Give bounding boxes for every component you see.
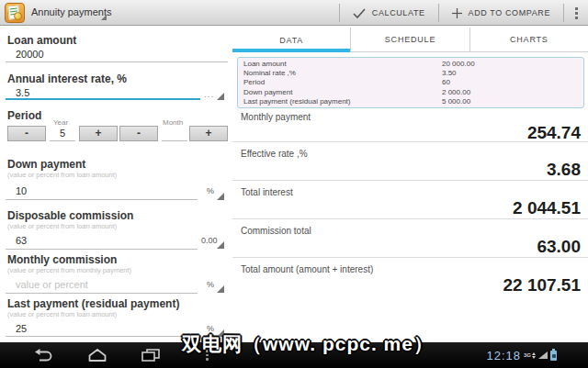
- loan-amount-input[interactable]: 20000: [16, 49, 44, 60]
- summary-value: 3.50: [442, 69, 583, 78]
- calculate-button[interactable]: CALCULATE: [340, 0, 438, 26]
- summary-value: 60: [442, 78, 583, 87]
- summary-label: Nominal rate ,%: [243, 69, 442, 78]
- coin-icon: [14, 12, 22, 20]
- result-value: 3.68: [241, 160, 581, 180]
- overflow-menu-button[interactable]: [564, 0, 588, 26]
- result-row: Monthly payment 254.74: [232, 107, 588, 142]
- summary-label: Loan amount: [243, 60, 442, 69]
- action-buttons: CALCULATE ADD TO COMPARE: [339, 0, 588, 26]
- result-value: 2 044.51: [241, 198, 581, 218]
- disposable-commission-hint: (value or percent from loan amount): [7, 222, 117, 230]
- result-row: Commission total 63.00: [232, 219, 588, 258]
- corner-handle-icon[interactable]: [217, 193, 224, 200]
- back-icon[interactable]: [33, 349, 55, 362]
- results-tab-bar: DATA SCHEDULE CHARTS: [232, 28, 588, 52]
- result-label: Commission total: [241, 219, 581, 236]
- clock: 12:18: [486, 349, 521, 362]
- tab-data[interactable]: DATA: [232, 28, 350, 52]
- monthly-commission-unit-spinner[interactable]: %: [207, 280, 214, 289]
- disposable-commission-input[interactable]: 63: [16, 235, 27, 246]
- home-icon[interactable]: [86, 349, 108, 362]
- monthly-commission-hint: (value or percent from monthly payment): [7, 266, 131, 274]
- calculation-type-spinner[interactable]: Annuity payments: [31, 0, 129, 26]
- summary-row: Last payment (residual payment) 5 000.00: [243, 97, 583, 106]
- down-payment-hint: (value or percent from loan amount): [7, 171, 117, 179]
- input-underline: [6, 61, 228, 62]
- summary-row: Period 60: [243, 78, 583, 87]
- loan-amount-label: Loan amount: [7, 34, 76, 47]
- plus-icon: [452, 8, 462, 18]
- summary-value: 5 000.00: [442, 97, 583, 106]
- signal-strength-icon: [538, 351, 548, 359]
- corner-handle-icon[interactable]: [217, 93, 224, 100]
- input-underline: [50, 140, 75, 141]
- menu-icon[interactable]: [206, 350, 209, 361]
- chevron-down-icon: [101, 15, 107, 20]
- calculate-label: CALCULATE: [372, 8, 425, 17]
- summary-label: Last payment (residual payment): [243, 97, 442, 106]
- corner-handle-icon[interactable]: [217, 285, 224, 293]
- status-area[interactable]: 12:18 3G: [486, 342, 557, 368]
- more-options-button[interactable]: ...: [204, 89, 214, 99]
- network-3g-icon: 3G: [524, 352, 536, 359]
- result-label: Total interest: [241, 181, 581, 197]
- summary-label: Period: [243, 78, 442, 87]
- last-payment-hint: (value or percent from loan amount): [7, 310, 117, 318]
- month-value-input[interactable]: [160, 126, 189, 141]
- result-row: Total amount (amount + interest) 22 107.…: [232, 258, 588, 304]
- monthly-commission-input[interactable]: value or percent: [16, 279, 88, 290]
- app-logo-icon: [5, 3, 25, 23]
- top-action-bar: Annuity payments CALCULATE ADD TO COMPAR…: [0, 0, 588, 26]
- results-list: Monthly payment 254.74 Effective rate ,%…: [232, 107, 588, 304]
- last-payment-input[interactable]: 25: [16, 323, 27, 334]
- month-increment-button[interactable]: +: [189, 126, 228, 141]
- input-underline: [6, 336, 198, 337]
- last-payment-label: Last payment (residual payment): [7, 297, 179, 310]
- input-underline-focused: [6, 98, 200, 100]
- summary-label: Down payment: [243, 88, 442, 97]
- disposable-commission-unit-spinner[interactable]: 0.00: [201, 236, 218, 245]
- disposable-commission-label: Disposable commission: [7, 209, 133, 222]
- summary-row: Down payment 2 000.00: [243, 88, 583, 97]
- summary-value: 2 000.00: [442, 88, 583, 97]
- tab-schedule[interactable]: SCHEDULE: [350, 28, 469, 52]
- down-payment-input[interactable]: 10: [16, 185, 27, 196]
- result-label: Total amount (amount + interest): [241, 258, 581, 274]
- battery-icon: [550, 351, 557, 361]
- down-payment-unit-spinner[interactable]: %: [207, 186, 214, 195]
- summary-row: Loan amount 20 000.00: [243, 60, 583, 69]
- add-to-compare-button[interactable]: ADD TO COMPARE: [439, 0, 563, 26]
- app-screen: Annuity payments CALCULATE ADD TO COMPAR…: [0, 0, 588, 368]
- corner-handle-icon[interactable]: [217, 329, 224, 337]
- checkmark-icon: [353, 8, 366, 18]
- month-decrement-button[interactable]: -: [119, 126, 158, 141]
- result-row: Effective rate ,% 3.68: [232, 142, 588, 181]
- summary-value: 20 000.00: [442, 60, 583, 69]
- system-navigation-bar: 12:18 3G: [0, 342, 588, 368]
- add-to-compare-label: ADD TO COMPARE: [469, 8, 550, 17]
- summary-row: Nominal rate ,% 3.50: [243, 69, 583, 78]
- interest-rate-input[interactable]: 3.5: [16, 87, 29, 98]
- tab-charts[interactable]: CHARTS: [469, 28, 588, 52]
- calculation-type-label: Annuity payments: [31, 6, 111, 17]
- result-value: 254.74: [241, 123, 581, 143]
- input-underline: [162, 140, 187, 141]
- result-row: Total interest 2 044.51: [232, 181, 588, 219]
- recent-apps-icon[interactable]: [140, 349, 162, 362]
- result-label: Monthly payment: [241, 107, 581, 122]
- result-label: Effective rate ,%: [241, 142, 581, 159]
- result-value: 63.00: [241, 237, 581, 257]
- input-underline: [6, 249, 198, 250]
- input-summary-box: Loan amount 20 000.00 Nominal rate ,% 3.…: [237, 57, 584, 108]
- input-underline: [6, 293, 198, 294]
- down-payment-label: Down payment: [7, 158, 85, 171]
- monthly-commission-label: Monthly commission: [7, 253, 117, 266]
- interest-rate-label: Annual interest rate, %: [7, 72, 127, 85]
- year-decrement-button[interactable]: -: [7, 126, 46, 141]
- period-label: Period: [7, 109, 41, 122]
- year-value-input[interactable]: 5: [48, 126, 77, 141]
- corner-handle-icon[interactable]: [217, 241, 224, 249]
- last-payment-unit-spinner[interactable]: %: [207, 324, 214, 333]
- year-increment-button[interactable]: +: [79, 126, 118, 141]
